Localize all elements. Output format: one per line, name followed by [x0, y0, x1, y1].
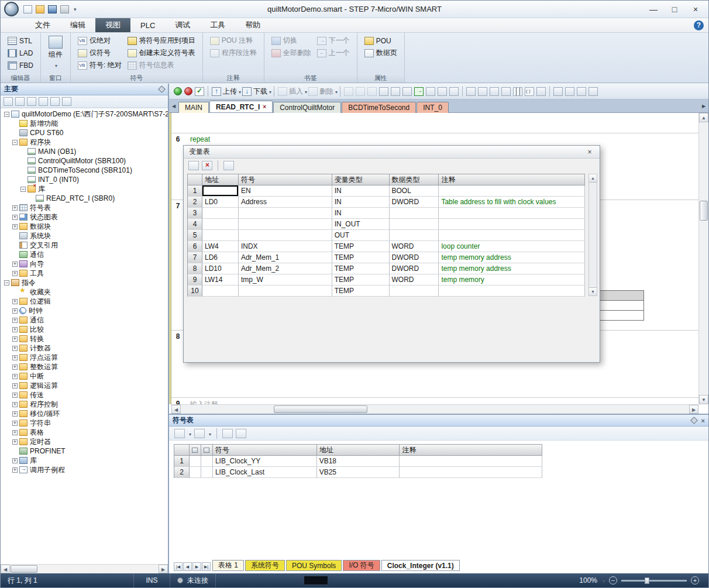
- print-table-icon[interactable]: [223, 161, 234, 170]
- cell-addr[interactable]: VB18: [317, 456, 400, 467]
- symbol-flag-column-header[interactable]: [201, 445, 213, 456]
- fbd-button[interactable]: FBD: [5, 59, 36, 71]
- menu-item-2[interactable]: 编辑: [60, 18, 95, 32]
- copy-item-icon[interactable]: [39, 97, 48, 106]
- column-header[interactable]: 变量类型: [332, 174, 390, 185]
- first-tab-icon[interactable]: |◀: [174, 562, 183, 571]
- expand-icon[interactable]: +: [12, 327, 18, 332]
- collapse-icon[interactable]: −: [20, 187, 26, 192]
- symbol-only-button[interactable]: 仅符号: [75, 47, 125, 59]
- bookmark-next-icon[interactable]: [356, 87, 365, 96]
- tree-item[interactable]: CPU ST60: [1, 128, 168, 137]
- expand-icon[interactable]: +: [12, 411, 18, 417]
- row-number[interactable]: 10: [188, 286, 202, 297]
- stop-icon[interactable]: [184, 87, 192, 95]
- variable-table-titlebar[interactable]: 变量表 ×: [184, 146, 600, 159]
- editor-vertical-scrollbar[interactable]: ▲ ▼: [698, 113, 708, 404]
- create-undefined-symbol-table-button[interactable]: 创建未定义符号表: [125, 47, 198, 59]
- expand-icon[interactable]: +: [12, 224, 18, 229]
- tree-item[interactable]: +时钟: [1, 306, 168, 315]
- insert-button[interactable]: 插入: [289, 87, 303, 97]
- lad-button[interactable]: LAD: [5, 47, 36, 59]
- tree-item[interactable]: +字符串: [1, 418, 168, 428]
- cell-data_type[interactable]: DWORD: [390, 263, 439, 274]
- open-item-icon[interactable]: [27, 97, 36, 106]
- coil-tool-icon[interactable]: [525, 87, 534, 96]
- qat-dropdown-icon[interactable]: ▾: [74, 6, 77, 12]
- menu-item-3[interactable]: 视图: [95, 18, 130, 32]
- tab-scroll-right-icon[interactable]: ▶: [700, 102, 707, 111]
- print-icon[interactable]: [60, 5, 69, 13]
- upload-button[interactable]: 上传: [223, 87, 237, 97]
- menu-item-4[interactable]: PLC: [130, 18, 165, 32]
- undo-icon[interactable]: [402, 87, 412, 96]
- cell-comment[interactable]: [439, 230, 585, 241]
- editor-tab-ControlQuiltMotor[interactable]: ControlQuiltMotor: [273, 102, 341, 113]
- expand-icon[interactable]: +: [12, 355, 18, 360]
- save-icon[interactable]: [48, 5, 57, 13]
- cell-symbol[interactable]: [239, 286, 332, 297]
- symbol-tab-系统符号[interactable]: 系统符号: [245, 560, 285, 571]
- next-tab-icon[interactable]: ▶: [192, 562, 201, 571]
- bookmark-next-button[interactable]: 下一个: [314, 35, 353, 47]
- row-number[interactable]: 3: [188, 208, 202, 219]
- cell-data_type[interactable]: BOOL: [390, 185, 439, 197]
- expand-icon[interactable]: +: [12, 402, 18, 407]
- collapse-icon[interactable]: −: [12, 140, 18, 145]
- table-view-icon[interactable]: [565, 87, 574, 96]
- expand-icon[interactable]: +: [12, 271, 18, 276]
- cell-addr[interactable]: [202, 286, 239, 297]
- network-comment[interactable]: repeat: [190, 135, 210, 143]
- cell-var_type[interactable]: TEMP: [332, 286, 390, 297]
- run-icon[interactable]: [174, 87, 182, 95]
- cell-var_type[interactable]: IN: [332, 208, 390, 219]
- expand-icon[interactable]: +: [12, 393, 18, 398]
- copy-network-icon[interactable]: [379, 87, 388, 96]
- scrollbar-thumb[interactable]: [700, 201, 708, 221]
- app-logo-icon[interactable]: [4, 2, 19, 16]
- row-number[interactable]: 2: [188, 197, 202, 208]
- zoom-level[interactable]: 100%: [579, 576, 597, 584]
- tree-item[interactable]: +程序控制: [1, 400, 168, 409]
- compile-icon[interactable]: [195, 87, 204, 96]
- cell-addr[interactable]: [202, 208, 239, 219]
- expand-icon[interactable]: +: [12, 205, 18, 211]
- cell-symbol[interactable]: [239, 208, 332, 219]
- insert-icon[interactable]: [278, 87, 287, 96]
- delete-dropdown-icon[interactable]: [208, 429, 211, 438]
- pointer-down-icon[interactable]: [478, 87, 487, 96]
- cell-symbol[interactable]: LIB_Clock_Last: [213, 467, 317, 478]
- symbol-flag-cell[interactable]: [190, 467, 201, 478]
- symbol-flag-column-header[interactable]: [190, 445, 201, 456]
- menu-item-1[interactable]: 文件: [25, 18, 60, 32]
- absolute-only-button[interactable]: 仅绝对: [75, 35, 125, 47]
- cell-addr[interactable]: VB25: [317, 467, 400, 478]
- tree-item[interactable]: +比较: [1, 325, 168, 334]
- column-header[interactable]: 注释: [400, 445, 542, 456]
- delete-dropdown-icon[interactable]: [334, 87, 338, 95]
- scrollbar-thumb[interactable]: [11, 565, 37, 573]
- maximize-button[interactable]: □: [664, 2, 685, 16]
- tree-item[interactable]: 系统块: [1, 231, 168, 240]
- cell-var_type[interactable]: IN: [332, 185, 390, 197]
- delete-row-icon[interactable]: [202, 161, 212, 170]
- tree-item[interactable]: +向导: [1, 259, 168, 269]
- tree-item[interactable]: −指令: [1, 278, 168, 287]
- zoom-slider-thumb[interactable]: [645, 577, 649, 584]
- cell-comment[interactable]: [400, 456, 542, 467]
- print-symbols-icon[interactable]: [236, 429, 246, 438]
- symbol-tab-表格 1[interactable]: 表格 1: [212, 560, 244, 571]
- editor-tab-INT_0[interactable]: INT_0: [417, 102, 449, 113]
- cell-comment[interactable]: [439, 286, 585, 297]
- box-tool-icon[interactable]: [536, 87, 546, 96]
- paste-network-icon[interactable]: [391, 87, 400, 96]
- cell-comment[interactable]: [439, 219, 585, 230]
- program-editor-canvas[interactable]: 6 repeat 7 8 9 输入注释 变量表 ×: [169, 113, 708, 414]
- tree-item[interactable]: +传送: [1, 390, 168, 400]
- tree-item[interactable]: BCDTimeToSecond (SBR101): [1, 166, 168, 175]
- cell-var_type[interactable]: TEMP: [332, 252, 390, 263]
- scroll-right-icon[interactable]: ▶: [159, 565, 168, 573]
- symbol-tab-I/O 符号[interactable]: I/O 符号: [343, 560, 380, 571]
- bookmark-delete-all-button[interactable]: 全部删除: [269, 47, 314, 59]
- cell-symbol[interactable]: Adr_Mem_2: [239, 263, 332, 274]
